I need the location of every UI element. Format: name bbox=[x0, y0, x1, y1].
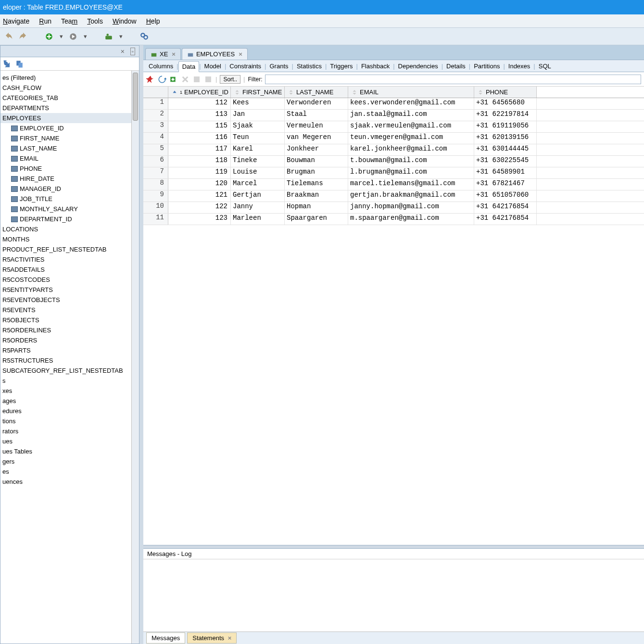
cell-email[interactable]: t.bouwman@gmail.com bbox=[348, 156, 474, 167]
tree-column-employee_id[interactable]: EMPLOYEE_ID bbox=[0, 123, 139, 133]
tree-item[interactable]: R5STRUCTURES bbox=[0, 355, 139, 366]
document-tab-xe[interactable]: XE× bbox=[145, 48, 181, 60]
vertical-splitter[interactable] bbox=[139, 45, 143, 644]
subtab-partitions[interactable]: Partitions bbox=[470, 61, 503, 71]
cell-employee-id[interactable]: 119 bbox=[168, 167, 231, 178]
tree-item[interactable]: ages bbox=[0, 396, 139, 406]
cell-email[interactable]: marcel.tielemans@gmail.com bbox=[348, 179, 474, 190]
col-first-name[interactable]: FIRST_NAME bbox=[231, 87, 285, 98]
subtab-columns[interactable]: Columns bbox=[145, 61, 177, 71]
new-icon[interactable] bbox=[44, 32, 54, 41]
cell-first-name[interactable]: Teun bbox=[231, 133, 285, 144]
tree-item[interactable]: R5ACTIVITIES bbox=[0, 254, 139, 265]
horizontal-splitter[interactable] bbox=[143, 545, 644, 549]
refresh-tree-icon[interactable] bbox=[2, 59, 12, 69]
tree-item[interactable]: R5ORDERS bbox=[0, 335, 139, 345]
cell-email[interactable]: kees.verwonderen@gmail.com bbox=[348, 98, 474, 109]
tree-column-email[interactable]: EMAIL bbox=[0, 153, 139, 164]
cell-email[interactable]: jan.staal@gmail.com bbox=[348, 110, 474, 121]
tree-column-hire_date[interactable]: HIRE_DATE bbox=[0, 174, 139, 184]
col-last-name[interactable]: LAST_NAME bbox=[285, 87, 348, 98]
tree-item[interactable]: R5ORDERLINES bbox=[0, 325, 139, 335]
sidebar-maximize-icon[interactable]: ▫ bbox=[130, 48, 135, 55]
subtab-grants[interactable]: Grants bbox=[266, 61, 292, 71]
document-tab-employees[interactable]: EMPLOYEES× bbox=[182, 48, 248, 60]
tree-column-monthly_salary[interactable]: MONTHLY_SALARY bbox=[0, 204, 139, 214]
cell-phone[interactable]: +31 630144445 bbox=[474, 144, 537, 155]
cell-employee-id[interactable]: 120 bbox=[168, 179, 231, 190]
tree-item[interactable]: R5ADDETAILS bbox=[0, 265, 139, 275]
menu-team[interactable]: Team bbox=[61, 17, 77, 25]
cell-first-name[interactable]: Sjaak bbox=[231, 121, 285, 132]
tree-item[interactable]: R5EVENTS bbox=[0, 305, 139, 315]
cell-first-name[interactable]: Tineke bbox=[231, 156, 285, 167]
cell-last-name[interactable]: Spaargaren bbox=[285, 214, 348, 225]
table-row[interactable]: 8120MarcelTielemansmarcel.tielemans@gmai… bbox=[143, 179, 644, 190]
table-row[interactable]: 3115SjaakVermeulensjaak.vermeulen@gmail.… bbox=[143, 121, 644, 133]
menu-navigate[interactable]: Navigate bbox=[3, 17, 29, 25]
cell-phone[interactable]: +31 619119056 bbox=[474, 121, 537, 132]
tree-item[interactable]: DEPARTMENTS bbox=[0, 103, 139, 113]
tree-column-first_name[interactable]: FIRST_NAME bbox=[0, 133, 139, 143]
cell-employee-id[interactable]: 123 bbox=[168, 214, 231, 225]
new-dropdown-icon[interactable]: ▾ bbox=[59, 33, 63, 40]
subtab-statistics[interactable]: Statistics bbox=[293, 61, 325, 71]
redo-icon[interactable] bbox=[18, 32, 28, 41]
subtab-constraints[interactable]: Constraints bbox=[226, 61, 265, 71]
cell-employee-id[interactable]: 116 bbox=[168, 133, 231, 144]
tree-item[interactable]: es (Filtered) bbox=[0, 73, 139, 83]
close-icon[interactable]: × bbox=[172, 51, 176, 58]
forward-icon[interactable] bbox=[68, 32, 78, 41]
tree-item[interactable]: CASH_FLOW bbox=[0, 83, 139, 93]
cell-phone[interactable]: +31 642176854 bbox=[474, 202, 537, 213]
cell-phone[interactable]: +31 620139156 bbox=[474, 133, 537, 144]
tree-item[interactable]: EMPLOYEES bbox=[0, 113, 139, 123]
close-icon[interactable]: × bbox=[239, 51, 242, 58]
table-row[interactable]: 5117KarelJonkheerkarel.jonkheer@gmail.co… bbox=[143, 144, 644, 156]
subtab-details[interactable]: Details bbox=[443, 61, 469, 71]
table-row[interactable]: 10122JannyHopmanjanny.hopman@gmail.com+3… bbox=[143, 202, 644, 214]
tree-item[interactable]: es bbox=[0, 467, 139, 477]
cell-last-name[interactable]: Hopman bbox=[285, 202, 348, 213]
cell-first-name[interactable]: Kees bbox=[231, 98, 285, 109]
col-employee-id[interactable]: 1 EMPLOYEE_ID bbox=[168, 87, 231, 98]
sql-dropdown-icon[interactable]: ▾ bbox=[118, 33, 123, 40]
menu-window[interactable]: Window bbox=[113, 17, 137, 25]
cell-email[interactable]: sjaak.vermeulen@gmail.com bbox=[348, 121, 474, 132]
cell-email[interactable]: gertjan.braakman@gmail.com bbox=[348, 190, 474, 202]
tree-item[interactable]: s bbox=[0, 376, 139, 386]
tree-item[interactable]: rators bbox=[0, 426, 139, 436]
cell-email[interactable]: l.brugman@gmail.com bbox=[348, 167, 474, 178]
subtab-sql[interactable]: SQL bbox=[535, 61, 555, 71]
cell-phone[interactable]: +31 630225545 bbox=[474, 156, 537, 167]
tree-item[interactable]: tions bbox=[0, 416, 139, 426]
tree-item[interactable]: SUBCATEGORY_REF_LIST_NESTEDTAB bbox=[0, 366, 139, 376]
cell-phone[interactable]: +31 67821467 bbox=[474, 179, 537, 190]
table-row[interactable]: 11123MarleenSpaargarenm.spaargaren@gmail… bbox=[143, 214, 644, 225]
tree-item[interactable]: ues bbox=[0, 436, 139, 446]
cell-last-name[interactable]: Tielemans bbox=[285, 179, 348, 190]
cell-first-name[interactable]: Gertjan bbox=[231, 190, 285, 202]
menu-run[interactable]: Run bbox=[39, 17, 51, 25]
tree-item[interactable]: LOCATIONS bbox=[0, 224, 139, 234]
copy-tree-icon[interactable] bbox=[15, 59, 25, 69]
tree-item[interactable]: gers bbox=[0, 456, 139, 467]
undo-icon[interactable] bbox=[4, 32, 13, 41]
forward-dropdown-icon[interactable]: ▾ bbox=[83, 33, 88, 40]
cell-last-name[interactable]: Jonkheer bbox=[285, 144, 348, 155]
sort-button[interactable]: Sort.. bbox=[220, 75, 240, 84]
cell-phone[interactable]: +31 64589901 bbox=[474, 167, 537, 178]
cell-phone[interactable]: +31 642176854 bbox=[474, 214, 537, 225]
tree-column-last_name[interactable]: LAST_NAME bbox=[0, 143, 139, 153]
subtab-model[interactable]: Model bbox=[201, 61, 225, 71]
delete-row-icon[interactable] bbox=[181, 75, 189, 84]
cell-phone[interactable]: +31 64565680 bbox=[474, 98, 537, 109]
tree-column-job_title[interactable]: JOB_TITLE bbox=[0, 194, 139, 204]
cell-employee-id[interactable]: 113 bbox=[168, 110, 231, 121]
rollback-icon[interactable] bbox=[204, 75, 213, 84]
refresh-grid-icon[interactable] bbox=[158, 75, 166, 84]
table-row[interactable]: 4116Teunvan Megerenteun.vmegeren@gmail.c… bbox=[143, 133, 644, 144]
sidebar-close-icon[interactable]: × bbox=[121, 48, 125, 55]
table-row[interactable]: 2113JanStaaljan.staal@gmail.com+31 62219… bbox=[143, 110, 644, 121]
scrollbar-thumb[interactable] bbox=[133, 73, 138, 121]
